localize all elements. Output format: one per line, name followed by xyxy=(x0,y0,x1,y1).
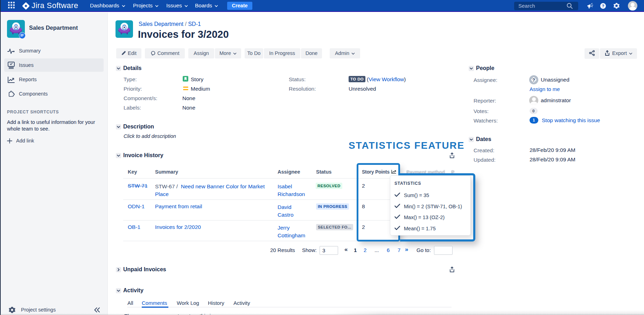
svg-text:?: ? xyxy=(532,77,535,83)
svg-text:?: ? xyxy=(602,4,604,8)
